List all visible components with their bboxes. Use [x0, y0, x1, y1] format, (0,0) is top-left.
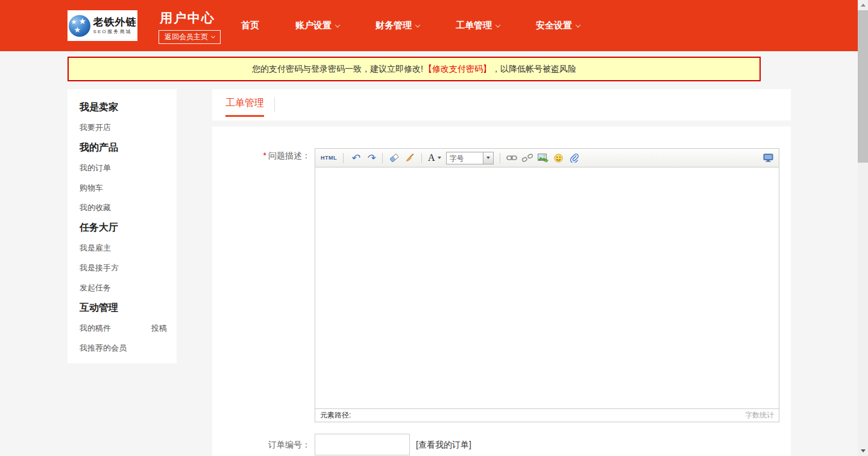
view-my-orders-link[interactable]: [查看我的订单] [416, 434, 471, 455]
order-number-input[interactable] [315, 434, 410, 455]
page-title: 用户中心 [160, 10, 215, 27]
sidebar-heading-seller: 我是卖家 [80, 97, 167, 117]
sidebar-item-employer[interactable]: 我是雇主 [80, 238, 167, 258]
chevron-down-icon [576, 22, 580, 27]
insert-link-button[interactable] [506, 151, 517, 164]
insert-emoji-button[interactable] [553, 151, 564, 164]
editor-content-area[interactable] [315, 167, 779, 408]
scroll-down-button[interactable] [858, 446, 868, 456]
sidebar-item-recommended-members[interactable]: 我推荐的会员 [80, 338, 167, 358]
insert-image-button[interactable] [538, 151, 549, 164]
page: 老铁外链 SEO服务商城 用户中心 返回会员主页 首页 账户设置 财务管理 工单… [0, 0, 868, 456]
brush-icon [405, 153, 415, 163]
required-mark: * [263, 151, 266, 160]
rich-text-editor: HTML [315, 148, 779, 422]
sidebar: 我是卖家 我要开店 我的产品 我的订单 购物车 我的收藏 任务大厅 我是雇主 我… [68, 89, 177, 363]
image-icon [538, 154, 549, 163]
editor-toolbar: HTML [315, 149, 779, 167]
font-color-button[interactable]: A [428, 151, 441, 164]
problem-description-label: *问题描述： [212, 151, 310, 161]
fullscreen-button[interactable] [763, 151, 773, 164]
sidebar-item-favorites[interactable]: 我的收藏 [80, 198, 167, 217]
sidebar-heading-interaction: 互动管理 [80, 298, 167, 318]
star-icon [71, 19, 77, 25]
chevron-down-icon [335, 22, 340, 27]
sidebar-item-open-shop[interactable]: 我要开店 [80, 117, 167, 137]
emoji-icon [554, 154, 563, 163]
remove-link-button[interactable] [522, 151, 533, 164]
logo[interactable]: 老铁外链 SEO服务商城 [68, 10, 137, 41]
back-to-member-home-button[interactable]: 返回会员主页 [159, 30, 221, 44]
chevron-down-icon [438, 157, 441, 159]
html-source-button[interactable]: HTML [321, 151, 337, 164]
toolbar-separator [421, 153, 422, 163]
main-nav: 首页 账户设置 财务管理 工单管理 安全设置 [241, 0, 580, 51]
arrow-down-icon [861, 449, 866, 452]
format-brush-button[interactable] [404, 151, 415, 164]
toolbar-separator [382, 153, 383, 163]
remove-format-button[interactable] [389, 151, 400, 164]
chevron-down-icon [495, 22, 500, 27]
font-size-select[interactable]: 字号 [446, 152, 494, 164]
header: 老铁外链 SEO服务商城 用户中心 返回会员主页 首页 账户设置 财务管理 工单… [0, 0, 858, 51]
order-number-label: 订单编号： [212, 434, 310, 455]
redo-icon [366, 153, 375, 163]
submit-draft-link[interactable]: 投稿 [151, 318, 167, 338]
font-color-icon: A [428, 153, 435, 163]
tab-work-order[interactable]: 工单管理 [225, 97, 264, 117]
warning-text: ，以降低帐号被盗风险 [492, 64, 576, 75]
chevron-down-icon [415, 22, 420, 27]
word-count-label[interactable]: 字数统计 [745, 410, 774, 420]
nav-item-home[interactable]: 首页 [241, 20, 259, 31]
logo-globe-icon [69, 15, 90, 37]
tab-divider [274, 97, 275, 112]
sidebar-item-my-drafts[interactable]: 我的稿件 投稿 [80, 318, 167, 338]
link-icon [506, 154, 517, 161]
star-icon [74, 26, 81, 34]
sidebar-item-taker[interactable]: 我是接手方 [80, 258, 167, 278]
star-icon [79, 17, 87, 25]
sidebar-item-my-orders[interactable]: 我的订单 [80, 158, 167, 178]
sidebar-heading-products: 我的产品 [80, 137, 167, 158]
warning-text: 您的支付密码与登录密码一致，建议立即修改! [252, 64, 423, 75]
font-size-dropdown-button[interactable] [483, 152, 493, 164]
change-payment-password-link[interactable]: 【修改支付密码】 [424, 64, 491, 75]
nav-item-security[interactable]: 安全设置 [536, 20, 580, 31]
nav-item-finance[interactable]: 财务管理 [376, 20, 420, 31]
arrow-up-icon [861, 4, 866, 7]
sidebar-item-cart[interactable]: 购物车 [80, 178, 167, 198]
nav-item-account-settings[interactable]: 账户设置 [295, 20, 339, 31]
back-button-label: 返回会员主页 [165, 32, 208, 42]
eraser-icon [389, 153, 399, 163]
work-order-form: *问题描述： HTML [212, 126, 791, 456]
editor-statusbar: 元素路径: 字数统计 [315, 408, 779, 421]
monitor-icon [763, 154, 773, 163]
nav-item-work-order[interactable]: 工单管理 [456, 20, 500, 31]
content-tabbar: 工单管理 [212, 89, 791, 120]
chevron-down-icon [486, 157, 490, 159]
logo-subtitle: SEO服务商城 [93, 28, 137, 35]
paperclip-icon [570, 153, 579, 163]
sidebar-heading-task-hall: 任务大厅 [80, 217, 167, 238]
password-warning-banner: 您的支付密码与登录密码一致，建议立即修改!【修改支付密码】，以降低帐号被盗风险 [68, 57, 761, 81]
vertical-scrollbar[interactable] [858, 0, 868, 456]
scrollbar-thumb[interactable] [858, 10, 868, 163]
sidebar-item-start-task[interactable]: 发起任务 [80, 278, 167, 298]
logo-title: 老铁外链 [93, 16, 137, 28]
insert-attachment-button[interactable] [569, 151, 580, 164]
toolbar-separator [500, 153, 500, 163]
scroll-up-button[interactable] [858, 0, 868, 10]
unlink-icon [522, 154, 533, 162]
font-size-value: 字号 [447, 152, 483, 164]
redo-button[interactable] [365, 151, 376, 164]
element-path-label: 元素路径: [320, 410, 351, 420]
undo-icon [351, 153, 359, 163]
chevron-down-icon [211, 34, 215, 39]
toolbar-separator [343, 153, 344, 163]
undo-button[interactable] [350, 151, 360, 164]
